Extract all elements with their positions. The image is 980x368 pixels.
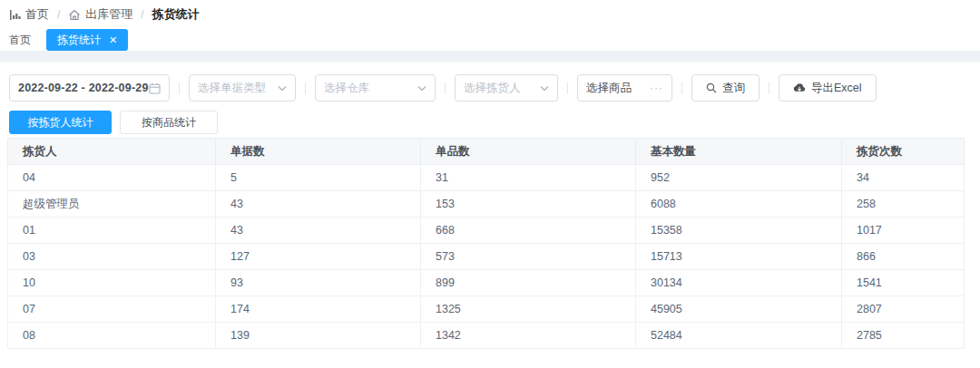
column-header: 单据数 (216, 139, 421, 165)
table-cell: 153 (421, 191, 636, 218)
stats-table: 拣货人单据数单品数基本数量拣货次数 0453195234超级管理员4315360… (7, 138, 965, 349)
breadcrumb-label: 首页 (25, 6, 49, 23)
table-cell: 31 (421, 165, 636, 191)
tab-label: 拣货统计 (57, 33, 101, 48)
cloud-download-icon (793, 82, 806, 93)
close-icon[interactable]: ✕ (109, 35, 117, 45)
table-cell: 03 (8, 244, 216, 270)
table-cell: 01 (8, 218, 216, 244)
tab-picking-stats[interactable]: 拣货统计 ✕ (46, 29, 128, 51)
breadcrumb: 首页 / 出库管理 / 拣货统计 (0, 0, 980, 29)
filter-bar: 2022-09-22 - 2022-09-29 选择单据类型 选择仓库 选择拣货… (0, 74, 980, 102)
doc-type-placeholder: 选择单据类型 (198, 81, 278, 96)
filter-divider (567, 82, 568, 94)
search-button-label: 查询 (722, 81, 745, 96)
table-cell: 573 (421, 244, 636, 270)
export-excel-button[interactable]: 导出Excel (779, 74, 877, 102)
product-picker-value: 选择商品 (586, 81, 650, 96)
breadcrumb-label: 出库管理 (85, 6, 132, 23)
ellipsis-icon: ··· (650, 82, 663, 94)
table-cell: 1325 (421, 296, 636, 323)
table-row[interactable]: 1093899301341541 (8, 270, 965, 296)
page-tab-bar: 首页 拣货统计 ✕ (0, 29, 980, 51)
column-header: 拣货次数 (842, 139, 965, 165)
breadcrumb-separator: / (55, 8, 62, 21)
table-row[interactable]: 071741325459052807 (8, 296, 965, 323)
table-header-row: 拣货人单据数单品数基本数量拣货次数 (8, 139, 965, 165)
column-header: 基本数量 (636, 139, 842, 165)
table-cell: 43 (216, 218, 421, 244)
table-row[interactable]: 0312757315713866 (8, 244, 965, 270)
date-range-value: 2022-09-22 - 2022-09-29 (18, 82, 149, 94)
table-cell: 952 (636, 165, 842, 191)
search-button[interactable]: 查询 (691, 74, 760, 102)
table-cell: 08 (8, 323, 216, 349)
table-cell: 07 (8, 296, 216, 323)
table-cell: 258 (842, 191, 965, 218)
picker-placeholder: 选择拣货人 (464, 81, 540, 96)
table-cell: 866 (842, 244, 965, 270)
export-excel-label: 导出Excel (811, 81, 862, 96)
table-cell: 139 (216, 323, 421, 349)
table-body: 0453195234超级管理员4315360882580143668153581… (8, 165, 965, 349)
table-row[interactable]: 0453195234 (8, 165, 965, 191)
breadcrumb-item-outbound[interactable]: 出库管理 (68, 6, 132, 23)
table-cell: 52484 (636, 323, 842, 349)
date-range-input[interactable]: 2022-09-22 - 2022-09-29 (9, 74, 170, 102)
filter-divider (305, 82, 306, 94)
table-cell: 899 (421, 270, 636, 296)
table-cell: 04 (8, 165, 216, 191)
warehouse-placeholder: 选择仓库 (324, 81, 417, 96)
content-spacer (0, 51, 980, 62)
filter-divider (179, 82, 180, 94)
table-cell: 2785 (842, 323, 965, 349)
table-cell: 1017 (842, 218, 965, 244)
search-icon (706, 82, 717, 93)
table-cell: 127 (216, 244, 421, 270)
table-cell: 30134 (636, 270, 842, 296)
table-cell: 15713 (636, 244, 842, 270)
toggle-by-product-button[interactable]: 按商品统计 (120, 111, 218, 134)
breadcrumb-separator: / (139, 8, 145, 21)
table-row[interactable]: 超级管理员431536088258 (8, 191, 965, 218)
warehouse-select[interactable]: 选择仓库 (315, 74, 436, 102)
home-icon (68, 9, 81, 21)
breadcrumb-item-current: 拣货统计 (152, 6, 200, 23)
table-cell: 超级管理员 (8, 191, 216, 218)
table-cell: 93 (216, 270, 421, 296)
table-cell: 34 (842, 165, 965, 191)
filter-divider (445, 82, 446, 94)
column-header: 单品数 (421, 139, 636, 165)
table-cell: 1342 (421, 323, 636, 349)
table-cell: 1541 (842, 270, 965, 296)
chevron-down-icon (540, 85, 549, 92)
toggle-by-picker-button[interactable]: 按拣货人统计 (9, 111, 112, 134)
tab-home[interactable]: 首页 (9, 33, 31, 48)
chevron-down-icon (278, 85, 287, 92)
column-header: 拣货人 (8, 139, 216, 165)
table-cell: 5 (216, 165, 421, 191)
table-row[interactable]: 081391342524842785 (8, 323, 965, 349)
breadcrumb-item-home[interactable]: 首页 (9, 6, 49, 23)
table-cell: 6088 (636, 191, 842, 218)
product-picker[interactable]: 选择商品 ··· (577, 74, 672, 102)
chevron-down-icon (417, 85, 426, 92)
doc-type-select[interactable]: 选择单据类型 (189, 74, 296, 102)
filter-divider (681, 82, 682, 94)
picker-select[interactable]: 选择拣货人 (455, 74, 558, 102)
calendar-icon (149, 82, 161, 94)
table-cell: 668 (421, 218, 636, 244)
table-cell: 43 (216, 191, 421, 218)
table-row[interactable]: 0143668153581017 (8, 218, 965, 244)
table-cell: 174 (216, 296, 421, 323)
stats-icon (9, 9, 21, 21)
filter-divider (769, 82, 769, 94)
table-cell: 2807 (842, 296, 965, 323)
table-cell: 10 (8, 270, 216, 296)
table-cell: 45905 (636, 296, 842, 323)
stats-table-container: 拣货人单据数单品数基本数量拣货次数 0453195234超级管理员4315360… (7, 138, 965, 349)
content-panel: 2022-09-22 - 2022-09-29 选择单据类型 选择仓库 选择拣货… (0, 62, 980, 349)
table-cell: 15358 (636, 218, 842, 244)
view-toggle: 按拣货人统计 按商品统计 (0, 111, 980, 134)
